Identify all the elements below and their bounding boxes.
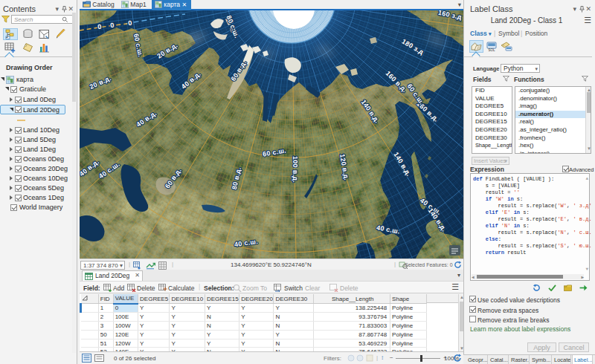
svg-text:SQL: SQL <box>489 48 496 52</box>
svg-text:100 в.д.: 100 в.д. <box>292 156 299 183</box>
